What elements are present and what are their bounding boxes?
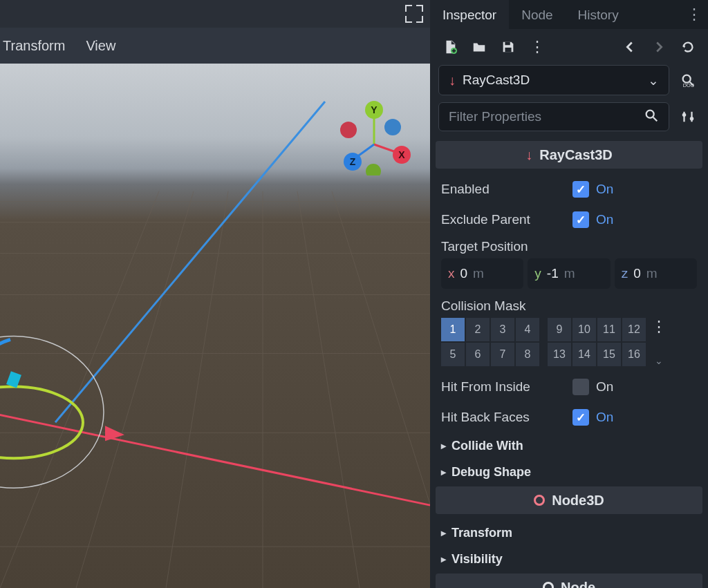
- class-header-raycast3d[interactable]: ↓ RayCast3D: [436, 141, 702, 169]
- prop-enabled[interactable]: Enabled On: [436, 174, 702, 205]
- mask-layer-16[interactable]: 16: [622, 343, 646, 366]
- mask-expand-icon[interactable]: ⌄: [655, 355, 663, 366]
- class-header-label: Node3D: [552, 493, 604, 509]
- tab-inspector[interactable]: Inspector: [430, 0, 509, 29]
- menu-view[interactable]: View: [86, 38, 115, 54]
- history-undo-icon[interactable]: [676, 35, 700, 59]
- unit: m: [646, 266, 658, 281]
- vec-x-value: 0: [460, 266, 468, 281]
- history-back-icon[interactable]: [618, 35, 642, 59]
- prop-target-position: x 0 m y -1 m z 0 m: [436, 258, 702, 294]
- mask-layer-6[interactable]: 6: [466, 343, 490, 366]
- prop-label: Enabled: [441, 182, 572, 197]
- vec-z-value: 0: [633, 266, 641, 281]
- save-icon[interactable]: [496, 35, 520, 59]
- open-docs-icon[interactable]: DOC: [676, 68, 700, 92]
- node-selector-name: RayCast3D: [463, 73, 530, 88]
- target-position-x[interactable]: x 0 m: [441, 258, 523, 289]
- filter-placeholder: Filter Properties: [449, 109, 541, 124]
- history-forward-icon[interactable]: [647, 35, 671, 59]
- svg-line-12: [332, 191, 430, 588]
- axis-x-line: [0, 412, 430, 505]
- prop-hit-back-faces[interactable]: Hit Back Faces On: [436, 402, 702, 433]
- mask-layer-4[interactable]: 4: [516, 318, 539, 341]
- prop-label: Hit From Inside: [441, 379, 572, 395]
- prop-hit-from-inside[interactable]: Hit From Inside On: [436, 372, 702, 402]
- svg-text:X: X: [398, 149, 405, 160]
- prop-label: Exclude Parent: [441, 212, 572, 227]
- caret-right-icon: ▸: [441, 553, 446, 565]
- checkbox-exclude-parent[interactable]: [572, 211, 589, 228]
- svg-line-34: [653, 117, 658, 121]
- svg-text:DOC: DOC: [683, 82, 695, 88]
- menu-transform[interactable]: Transform: [3, 38, 65, 54]
- toolbar-more-icon[interactable]: [525, 35, 549, 59]
- caret-right-icon: ▸: [441, 527, 446, 538]
- new-resource-icon[interactable]: [438, 35, 462, 59]
- class-header-node[interactable]: Node: [436, 573, 702, 588]
- node-ring-icon: [543, 582, 554, 588]
- foldout-label: Collide With: [451, 439, 523, 453]
- mask-layer-11[interactable]: 11: [597, 318, 621, 341]
- mask-layer-8[interactable]: 8: [516, 343, 539, 366]
- foldout-visibility[interactable]: ▸ Visibility: [436, 546, 702, 572]
- collision-mask-grid: 1 2 3 4 9 10 11 12 5 6 7 8 13 14 15 16: [441, 318, 646, 366]
- mask-layer-5[interactable]: 5: [441, 343, 465, 366]
- node3d-ring-icon: [534, 495, 545, 506]
- open-folder-icon[interactable]: [467, 35, 491, 59]
- foldout-label: Transform: [451, 526, 512, 540]
- inspector-toolbar: [430, 29, 708, 65]
- search-icon: [644, 108, 659, 126]
- checkbox-hit-from-inside[interactable]: [572, 379, 589, 395]
- prop-collision-mask-label: Collision Mask: [436, 294, 702, 318]
- viewport-3d[interactable]: Y X Z: [0, 64, 430, 588]
- axis-label-z: z: [622, 266, 628, 281]
- svg-point-35: [682, 113, 687, 117]
- svg-point-26: [366, 164, 381, 176]
- axis-ray-blue: [55, 102, 325, 422]
- unit: m: [564, 266, 575, 281]
- tab-history[interactable]: History: [566, 0, 631, 29]
- tabs-more-icon[interactable]: [680, 0, 708, 29]
- mask-more-icon[interactable]: [651, 318, 667, 336]
- svg-rect-29: [505, 48, 511, 52]
- mask-layer-2[interactable]: 2: [466, 318, 490, 341]
- checkbox-hit-back-faces[interactable]: [572, 409, 589, 426]
- node-selector[interactable]: ↓ RayCast3D ⌄: [438, 65, 669, 95]
- mask-layer-15[interactable]: 15: [597, 343, 621, 366]
- filter-properties-input[interactable]: Filter Properties: [438, 102, 669, 131]
- tab-node[interactable]: Node: [509, 0, 565, 29]
- foldout-label: Visibility: [451, 552, 503, 567]
- svg-text:Y: Y: [371, 104, 378, 115]
- foldout-transform[interactable]: ▸ Transform: [436, 520, 702, 546]
- gizmo-ring-outer: [0, 336, 104, 488]
- prop-label: Hit Back Faces: [441, 410, 572, 425]
- mask-layer-12[interactable]: 12: [622, 318, 646, 341]
- mask-layer-14[interactable]: 14: [572, 343, 596, 366]
- mask-layer-7[interactable]: 7: [491, 343, 514, 366]
- tools-icon[interactable]: [676, 105, 700, 129]
- raycast-arrow-icon: ↓: [525, 147, 532, 163]
- svg-point-25: [384, 119, 401, 135]
- class-header-node3d[interactable]: Node3D: [436, 486, 702, 514]
- caret-right-icon: ▸: [441, 440, 446, 451]
- prop-value: On: [596, 182, 613, 197]
- inspector-properties: ↓ RayCast3D Enabled On Exclude Parent On…: [430, 140, 708, 588]
- mask-layer-3[interactable]: 3: [491, 318, 514, 341]
- mask-layer-9[interactable]: 9: [548, 318, 571, 341]
- checkbox-enabled[interactable]: [572, 181, 589, 198]
- mask-layer-10[interactable]: 10: [572, 318, 596, 341]
- svg-point-30: [683, 75, 691, 83]
- unit: m: [473, 266, 484, 281]
- mask-layer-1[interactable]: 1: [441, 318, 465, 341]
- foldout-debug-shape[interactable]: ▸ Debug Shape: [436, 459, 702, 485]
- mask-layer-13[interactable]: 13: [548, 343, 571, 366]
- fullscreen-icon[interactable]: [405, 5, 423, 23]
- prop-exclude-parent[interactable]: Exclude Parent On: [436, 205, 702, 235]
- foldout-collide-with[interactable]: ▸ Collide With: [436, 433, 702, 459]
- gizmo-ring-z: [0, 339, 10, 450]
- orientation-gizmo[interactable]: Y X Z: [336, 99, 412, 176]
- target-position-y[interactable]: y -1 m: [528, 258, 610, 289]
- svg-point-36: [690, 117, 694, 121]
- target-position-z[interactable]: z 0 m: [615, 258, 697, 289]
